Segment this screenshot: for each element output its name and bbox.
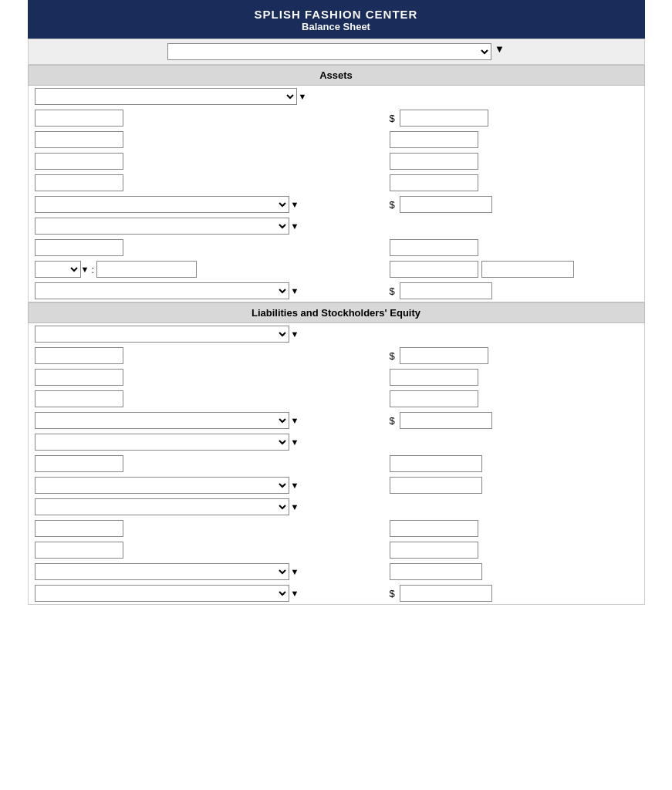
chevron-icon-8: ▼ (291, 437, 299, 447)
assets-label-input-2[interactable] (35, 131, 123, 148)
liabilities-outer-value-2[interactable] (390, 455, 482, 472)
assets-right-2: $ (390, 110, 488, 127)
liabilities-dropdown-1[interactable] (35, 326, 289, 343)
assets-dropdown-3[interactable] (35, 218, 289, 235)
liabilities-left-13: ▼ (35, 585, 390, 602)
liabilities-right-2: $ (390, 347, 488, 364)
liabilities-dropdown-7[interactable] (35, 585, 289, 602)
liabilities-row-3 (29, 366, 644, 388)
liabilities-right-13: $ (390, 585, 492, 602)
liabilities-row-8: ▼ (29, 474, 644, 496)
assets-value-input-4[interactable] (390, 174, 478, 191)
assets-left-9: ▼ : (35, 261, 390, 278)
assets-label-input-5[interactable] (35, 239, 123, 256)
liabilities-row-5: ▼ $ (29, 410, 644, 431)
liabilities-right-11 (390, 542, 478, 559)
liabilities-label-input-2[interactable] (35, 369, 123, 386)
liabilities-row-9: ▼ (29, 496, 644, 518)
liabilities-value-input-2[interactable] (390, 369, 478, 386)
assets-outer-value-1[interactable] (400, 196, 492, 213)
assets-left-3 (35, 131, 390, 148)
liabilities-label-input-5[interactable] (35, 520, 123, 537)
assets-value-input-1[interactable] (400, 110, 488, 127)
assets-row-2: $ (29, 107, 644, 129)
liabilities-outer-value-4[interactable] (390, 563, 482, 580)
assets-dropdown-1[interactable] (35, 88, 297, 105)
assets-right-8 (390, 239, 478, 256)
assets-value-input-2[interactable] (390, 131, 478, 148)
liabilities-outer-value-3[interactable] (390, 477, 482, 494)
liabilities-left-4 (35, 390, 390, 407)
assets-right-6: $ (390, 196, 492, 213)
liabilities-row-6: ▼ (29, 431, 644, 453)
assets-right-3 (390, 131, 478, 148)
assets-row-10: ▼ $ (29, 280, 644, 302)
assets-dropdown-4[interactable] (35, 282, 289, 299)
assets-label-input-1[interactable] (35, 110, 123, 127)
assets-label-input-4[interactable] (35, 174, 123, 191)
liabilities-dropdown-5[interactable] (35, 498, 289, 515)
liabilities-left-1: ▼ (35, 326, 390, 343)
assets-value-input-5[interactable] (390, 239, 478, 256)
liabilities-row-11 (29, 539, 644, 561)
chevron-icon: ▼ (495, 43, 505, 60)
assets-left-10: ▼ (35, 282, 390, 299)
assets-area: ▼ $ (28, 86, 645, 302)
assets-row-1: ▼ (29, 86, 644, 107)
liabilities-left-11 (35, 542, 390, 559)
liabilities-label-input-4[interactable] (35, 455, 123, 472)
liabilities-left-7 (35, 455, 390, 472)
assets-value-input-3[interactable] (390, 153, 478, 170)
colon: : (91, 264, 94, 275)
liabilities-value-input-5[interactable] (390, 542, 478, 559)
dollar-sign-1: $ (390, 113, 395, 124)
liabilities-left-12: ▼ (35, 563, 390, 580)
liabilities-dropdown-3[interactable] (35, 434, 289, 451)
liabilities-left-9: ▼ (35, 498, 390, 515)
assets-outer-value-2[interactable] (481, 261, 574, 278)
dollar-sign-3: $ (390, 285, 395, 297)
assets-left-5 (35, 174, 390, 191)
assets-value-input-6[interactable] (390, 261, 478, 278)
liabilities-right-8 (390, 477, 482, 494)
assets-colon-input[interactable] (96, 261, 197, 278)
liabilities-dropdown-2[interactable] (35, 412, 289, 429)
liabilities-outer-value-5[interactable] (400, 585, 492, 602)
assets-section-header: Assets (28, 65, 645, 86)
liabilities-left-8: ▼ (35, 477, 390, 494)
chevron-icon-5: ▼ (291, 286, 299, 295)
liabilities-left-5: ▼ (35, 412, 390, 429)
dollar-sign-2: $ (390, 199, 395, 211)
liabilities-row-2: $ (29, 345, 644, 366)
assets-dropdown-2[interactable] (35, 196, 289, 213)
assets-label-input-3[interactable] (35, 153, 123, 170)
assets-left-7: ▼ (35, 218, 390, 235)
assets-row-9: ▼ : (29, 258, 644, 280)
liabilities-dropdown-4[interactable] (35, 477, 289, 494)
liabilities-right-12 (390, 563, 482, 580)
assets-outer-value-3[interactable] (400, 282, 492, 299)
assets-row-6: ▼ $ (29, 194, 644, 215)
liabilities-right-5: $ (390, 412, 492, 429)
liabilities-right-3 (390, 369, 478, 386)
liabilities-dropdown-6[interactable] (35, 563, 289, 580)
page-container: SPLISH FASHION CENTER Balance Sheet ▼ As… (28, 0, 645, 605)
liabilities-outer-value-1[interactable] (400, 412, 492, 429)
assets-left-4 (35, 153, 390, 170)
liabilities-label-input-6[interactable] (35, 542, 123, 559)
liabilities-label-input-1[interactable] (35, 347, 123, 364)
assets-small-dropdown[interactable] (35, 261, 81, 278)
chevron-icon-10: ▼ (291, 502, 299, 511)
liabilities-value-input-1[interactable] (400, 347, 488, 364)
chevron-icon-2: ▼ (291, 200, 299, 209)
liabilities-value-input-4[interactable] (390, 520, 478, 537)
dollar-sign-4: $ (390, 350, 395, 362)
liabilities-label-input-3[interactable] (35, 390, 123, 407)
chevron-icon-1: ▼ (299, 92, 307, 101)
date-select[interactable] (167, 43, 491, 60)
chevron-icon-3: ▼ (291, 221, 299, 231)
chevron-icon-12: ▼ (291, 589, 299, 598)
chevron-icon-9: ▼ (291, 481, 299, 490)
liabilities-left-10 (35, 520, 390, 537)
liabilities-value-input-3[interactable] (390, 390, 478, 407)
